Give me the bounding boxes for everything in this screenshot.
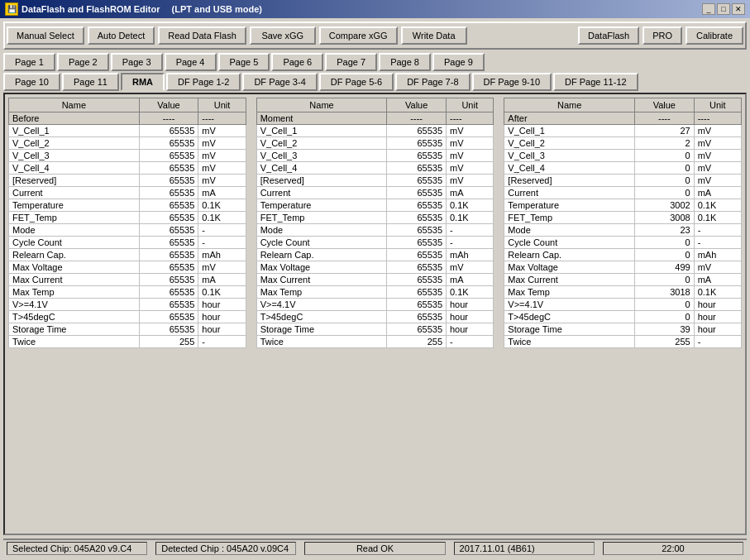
- table-row[interactable]: Storage Time 65535 hour: [9, 323, 246, 336]
- table-row[interactable]: Mode65535-: [256, 224, 494, 237]
- table-row[interactable]: Max Temp 65535 0.1K: [9, 286, 246, 299]
- write-data-button[interactable]: Write Data: [401, 26, 467, 45]
- tab-df-page-9-10[interactable]: DF Page 9-10: [472, 73, 552, 91]
- toolbar: Manual Select Auto Detect Read Data Flas…: [3, 22, 747, 50]
- table-row[interactable]: Mode 65535 -: [9, 224, 246, 237]
- table-row[interactable]: Max Voltage499mV: [504, 261, 742, 274]
- tab-page10[interactable]: Page 10: [3, 73, 60, 91]
- read-ok-status: Read OK: [304, 542, 445, 555]
- table-row[interactable]: Current65535mA: [256, 187, 494, 199]
- maximize-button[interactable]: □: [717, 3, 730, 15]
- table-row[interactable]: Relearn Cap. 65535 mAh: [9, 249, 246, 261]
- table-row[interactable]: [Reserved] 65535 mV: [9, 175, 246, 187]
- table-row[interactable]: V_Cell_365535mV: [256, 150, 494, 162]
- table-row[interactable]: V>=4.1V 65535 hour: [9, 299, 246, 311]
- table-row[interactable]: FET_Temp655350.1K: [256, 212, 494, 224]
- table-row[interactable]: V_Cell_127mV: [504, 125, 742, 137]
- table-row[interactable]: Max Voltage 65535 mV: [9, 261, 246, 274]
- minimize-button[interactable]: _: [702, 3, 715, 15]
- before-col-value: Value: [139, 98, 198, 112]
- tab-page3[interactable]: Page 3: [111, 53, 163, 71]
- table-row[interactable]: V_Cell_4 65535 mV: [9, 162, 246, 175]
- after-title-row: After ---- ----: [504, 112, 742, 125]
- moment-table: Name Value Unit Moment ---- ---- V_Cell_…: [256, 98, 494, 348]
- table-row[interactable]: V_Cell_265535mV: [256, 137, 494, 150]
- table-row[interactable]: Cycle Count 65535 -: [9, 237, 246, 249]
- after-col-unit: Unit: [694, 98, 741, 112]
- table-row[interactable]: Twice 255 -: [9, 336, 246, 348]
- compare-xgg-button[interactable]: Compare xGG: [319, 26, 398, 45]
- tab-page1[interactable]: Page 1: [3, 53, 55, 71]
- table-row[interactable]: FET_Temp30080.1K: [504, 212, 742, 224]
- tab-page7[interactable]: Page 7: [325, 53, 377, 71]
- dataflash-button[interactable]: DataFlash: [578, 26, 639, 45]
- table-row[interactable]: Twice255-: [256, 336, 494, 348]
- table-row[interactable]: Temperature 65535 0.1K: [9, 199, 246, 212]
- moment-title: Moment: [256, 112, 387, 125]
- tab-page4[interactable]: Page 4: [165, 53, 217, 71]
- tab-rma[interactable]: RMA: [121, 73, 165, 91]
- tab-df-page-7-8[interactable]: DF Page 7-8: [395, 73, 470, 91]
- manual-select-button[interactable]: Manual Select: [7, 26, 84, 45]
- table-row[interactable]: V>=4.1V0hour: [504, 299, 742, 311]
- table-row[interactable]: [Reserved]65535mV: [256, 175, 494, 187]
- tab-df-page-3-4[interactable]: DF Page 3-4: [242, 73, 317, 91]
- table-row[interactable]: V_Cell_40mV: [504, 162, 742, 175]
- tab-page5[interactable]: Page 5: [218, 53, 270, 71]
- table-row[interactable]: [Reserved]0mV: [504, 175, 742, 187]
- table-row[interactable]: Relearn Cap.65535mAh: [256, 249, 494, 261]
- tab-df-page-11-12[interactable]: DF Page 11-12: [553, 73, 638, 91]
- tables-container: Name Value Unit Before ---- ---- V_Cell_…: [8, 98, 742, 530]
- tab-page11[interactable]: Page 11: [62, 73, 119, 91]
- table-row[interactable]: Cycle Count65535-: [256, 237, 494, 249]
- table-row[interactable]: Mode23-: [504, 224, 742, 237]
- after-col-value: Value: [635, 98, 695, 112]
- table-row[interactable]: Storage Time65535hour: [256, 323, 494, 336]
- table-row[interactable]: V_Cell_30mV: [504, 150, 742, 162]
- datetime-status: 2017.11.01 (4B61): [454, 542, 595, 555]
- tab-df-page-1-2[interactable]: DF Page 1-2: [166, 73, 241, 91]
- table-row[interactable]: Max Temp30180.1K: [504, 286, 742, 299]
- title-bar: 💾 DataFlash and FlashROM Editor (LPT and…: [0, 0, 750, 18]
- tab-page8[interactable]: Page 8: [379, 53, 431, 71]
- table-row[interactable]: Current0mA: [504, 187, 742, 199]
- before-title: Before: [9, 112, 140, 125]
- moment-col-value: Value: [387, 98, 447, 112]
- table-row[interactable]: V_Cell_465535mV: [256, 162, 494, 175]
- table-row[interactable]: Max Temp655350.1K: [256, 286, 494, 299]
- calibrate-button[interactable]: Calibrate: [686, 26, 743, 45]
- after-col-name: Name: [504, 98, 635, 112]
- table-row[interactable]: Storage Time39hour: [504, 323, 742, 336]
- tab-page9[interactable]: Page 9: [432, 53, 485, 71]
- table-row[interactable]: T>45degC 65535 hour: [9, 311, 246, 323]
- tab-df-page-5-6[interactable]: DF Page 5-6: [319, 73, 394, 91]
- table-row[interactable]: V_Cell_2 65535 mV: [9, 137, 246, 150]
- after-table: Name Value Unit After ---- ---- V_Cell_1…: [504, 98, 742, 348]
- table-row[interactable]: V_Cell_22mV: [504, 137, 742, 150]
- auto-detect-button[interactable]: Auto Detect: [88, 26, 155, 45]
- table-row[interactable]: FET_Temp 65535 0.1K: [9, 212, 246, 224]
- table-row[interactable]: Max Current0mA: [504, 274, 742, 286]
- before-table: Name Value Unit Before ---- ---- V_Cell_…: [8, 98, 246, 348]
- table-row[interactable]: V_Cell_3 65535 mV: [9, 150, 246, 162]
- tab-page6[interactable]: Page 6: [271, 53, 323, 71]
- table-row[interactable]: T>45degC65535hour: [256, 311, 494, 323]
- table-row[interactable]: Twice255-: [504, 336, 742, 348]
- table-row[interactable]: Max Current 65535 mA: [9, 274, 246, 286]
- table-row[interactable]: Temperature655350.1K: [256, 199, 494, 212]
- table-row[interactable]: T>45degC0hour: [504, 311, 742, 323]
- table-row[interactable]: Max Current65535mA: [256, 274, 494, 286]
- table-row[interactable]: Cycle Count0-: [504, 237, 742, 249]
- tab-page2[interactable]: Page 2: [57, 53, 109, 71]
- close-button[interactable]: ✕: [732, 3, 745, 15]
- save-xgg-button[interactable]: Save xGG: [250, 26, 316, 45]
- table-row[interactable]: V_Cell_165535mV: [256, 125, 494, 137]
- table-row[interactable]: Max Voltage65535mV: [256, 261, 494, 274]
- table-row[interactable]: Temperature30020.1K: [504, 199, 742, 212]
- table-row[interactable]: Current 65535 mA: [9, 187, 246, 199]
- pro-button[interactable]: PRO: [643, 26, 682, 45]
- read-data-flash-button[interactable]: Read Data Flash: [158, 26, 246, 45]
- table-row[interactable]: Relearn Cap.0mAh: [504, 249, 742, 261]
- table-row[interactable]: V_Cell_1 65535 mV: [9, 125, 246, 137]
- table-row[interactable]: V>=4.1V65535hour: [256, 299, 494, 311]
